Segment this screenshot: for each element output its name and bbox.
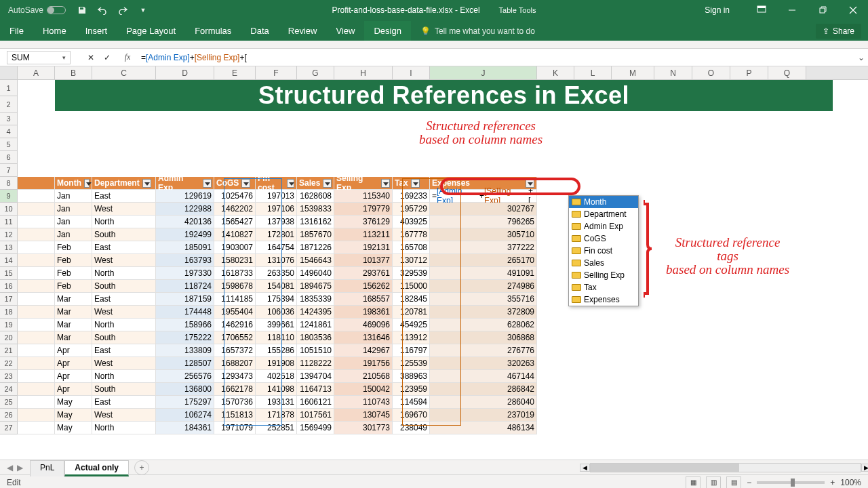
sheet-tab-pnl[interactable]: PnL [30,460,64,476]
sheet-scroll-left-icon[interactable]: ◀ [7,463,13,472]
cell[interactable]: North [92,370,156,383]
cell[interactable]: 491091 [430,267,537,280]
cell[interactable]: 1657372 [214,344,256,357]
cell[interactable]: 113211 [334,228,393,241]
cell[interactable]: 171878 [256,409,297,422]
cell[interactable]: 256576 [156,370,214,383]
cell[interactable]: Mar [55,331,92,344]
cell[interactable]: 175297 [156,396,214,409]
cell[interactable]: 156262 [334,280,393,293]
cell[interactable]: 158966 [156,319,214,331]
cell[interactable]: 263350 [256,267,297,280]
filter-icon[interactable] [526,179,534,188]
cell[interactable] [18,216,55,228]
cell[interactable] [18,203,55,216]
close-button[interactable] [837,0,868,20]
page-break-view-icon[interactable]: ▤ [726,476,741,489]
cell[interactable]: Jan [55,228,92,241]
col-M[interactable]: M [612,66,654,79]
cell[interactable]: 302767 [430,203,537,216]
cell[interactable]: 118110 [256,331,297,344]
restore-button[interactable] [807,0,837,20]
cell[interactable]: East [92,344,156,357]
cell[interactable]: 164754 [256,241,297,254]
cell[interactable]: 110743 [334,396,393,409]
cell[interactable]: 165708 [393,241,430,254]
cell[interactable]: 197013 [256,190,297,203]
cell[interactable]: West [92,203,156,216]
autocomplete-item[interactable]: Tax [569,281,638,293]
cell[interactable] [18,267,55,280]
cell[interactable]: Jan [55,203,92,216]
autosave-toggle[interactable] [47,6,66,14]
cell[interactable] [18,228,55,241]
cell[interactable]: 1955404 [214,306,256,319]
cell[interactable]: 191756 [334,357,393,370]
cell[interactable]: 1424395 [297,306,334,319]
cell[interactable]: Apr [55,357,92,370]
cell[interactable]: East [92,293,156,306]
col-P[interactable]: P [730,66,768,79]
cell[interactable]: 286842 [430,383,537,396]
cell[interactable]: 301773 [334,422,393,434]
scroll-thumb[interactable] [591,464,739,472]
hdr-admin-exp[interactable]: Admin Exp [156,177,214,190]
cell[interactable]: 1539833 [297,203,334,216]
cell[interactable]: 320263 [430,357,537,370]
cell[interactable]: 191908 [256,357,297,370]
cell[interactable]: 420136 [156,216,214,228]
zoom-level[interactable]: 100% [840,478,861,487]
cell[interactable]: Apr [55,344,92,357]
cell[interactable]: 1706552 [214,331,256,344]
cell[interactable]: 106274 [156,409,214,422]
cell[interactable]: 329539 [393,267,430,280]
autocomplete-dropdown[interactable]: MonthDepartmentAdmin ExpCoGSFin costSale… [568,195,639,306]
cell[interactable]: 187159 [156,293,214,306]
col-D[interactable]: D [156,66,214,79]
horizontal-scrollbar[interactable]: ◀ ▶ [590,463,861,472]
cell[interactable]: Feb [55,267,92,280]
cell[interactable]: Mar [55,319,92,331]
cell[interactable]: South [92,331,156,344]
zoom-out-icon[interactable]: − [747,478,751,487]
qat-customize-icon[interactable]: ▼ [138,5,149,16]
autocomplete-item[interactable]: Expenses [569,293,638,306]
cell[interactable]: 486134 [430,422,537,434]
cell[interactable]: Jan [55,190,92,203]
cell[interactable] [18,190,55,203]
cell[interactable]: 179779 [334,203,393,216]
cell[interactable] [18,409,55,422]
cell[interactable]: 141098 [256,383,297,396]
cell[interactable]: 1857670 [297,228,334,241]
cell[interactable] [18,344,55,357]
save-icon[interactable] [77,5,87,16]
minimize-button[interactable] [776,0,807,20]
autocomplete-item[interactable]: CoGS [569,232,638,245]
cell[interactable]: 1662178 [214,383,256,396]
autocomplete-item[interactable]: Selling Exp [569,269,638,281]
formula-input[interactable]: =[Admin Exp]+[Selling Exp]+[ [141,53,854,62]
cell[interactable]: 1570736 [214,396,256,409]
cell[interactable]: 120781 [393,306,430,319]
col-O[interactable]: O [692,66,730,79]
cell[interactable]: North [92,216,156,228]
cell[interactable]: 1835339 [297,293,334,306]
cell[interactable]: 796265 [430,216,537,228]
cell[interactable]: 1565427 [214,216,256,228]
autocomplete-item[interactable]: Department [569,208,638,220]
cell[interactable]: 1017561 [297,409,334,422]
cell[interactable]: 142967 [334,344,393,357]
cell[interactable]: 1293473 [214,370,256,383]
cell[interactable]: 163793 [156,254,214,267]
cell[interactable]: 182845 [393,293,430,306]
cell[interactable]: West [92,306,156,319]
cell[interactable]: South [92,228,156,241]
tab-data[interactable]: Data [241,21,278,41]
filter-icon[interactable] [411,179,420,188]
cell[interactable]: 1871226 [297,241,334,254]
cell[interactable]: Feb [55,280,92,293]
cell[interactable]: 193131 [256,396,297,409]
sheet-scroll-right-icon[interactable]: ▶ [17,463,23,472]
cell[interactable]: 131646 [334,331,393,344]
cell[interactable]: 101377 [334,254,393,267]
